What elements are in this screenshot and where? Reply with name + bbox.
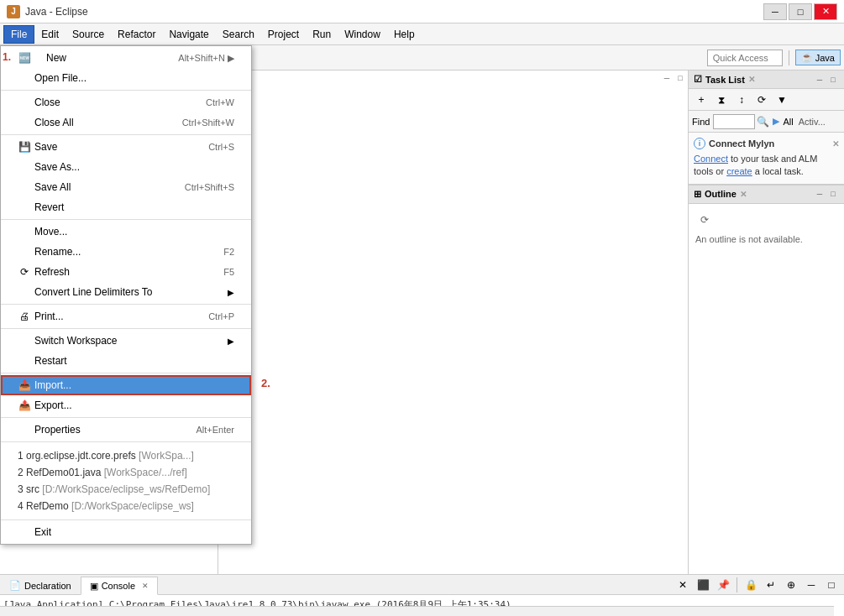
menu-switch-workspace[interactable]: Switch Workspace ▶	[1, 331, 251, 351]
menu-print[interactable]: 🖨 Print... Ctrl+P	[1, 306, 251, 326]
task-list-x-icon: ✕	[748, 75, 755, 84]
console-tab[interactable]: ▣ Console ✕	[81, 577, 158, 595]
task-sync-button[interactable]: ⟳	[752, 91, 771, 109]
menu-run[interactable]: Run	[306, 25, 338, 44]
task-list-panel: ☑ Task List ✕ ─ □ + ⧗ ↕ ⟳ ▼ Find 🔍	[689, 70, 844, 185]
convert-icon	[18, 285, 31, 299]
menu-restart[interactable]: Restart	[1, 351, 251, 371]
task-find-input[interactable]	[713, 114, 755, 129]
recent-4-path: [D:/WorkSpace/eclipse_ws]	[71, 500, 194, 512]
properties-label: Properties	[34, 424, 81, 436]
recent-file-2[interactable]: 2 RefDemo01.java [WorkSpace/.../ref]	[1, 464, 251, 481]
outline-icon: ⊞	[694, 189, 701, 200]
recent-file-1[interactable]: 1 org.eclipse.jdt.core.prefs [WorkSpa...…	[1, 447, 251, 464]
revert-label: Revert	[34, 201, 64, 213]
import-item-wrapper: 📥 Import... 2.	[1, 375, 251, 395]
task-settings-button[interactable]: ▼	[773, 91, 791, 109]
menu-window[interactable]: Window	[338, 25, 387, 44]
separator-4	[1, 304, 251, 305]
create-link[interactable]: create	[726, 166, 752, 176]
console-clear-button[interactable]: ✕	[674, 576, 692, 594]
console-tab-close[interactable]: ✕	[142, 582, 149, 590]
convert-arrow: ▶	[228, 288, 234, 297]
save-left: 💾 Save	[18, 140, 57, 154]
save-shortcut: Ctrl+S	[208, 142, 234, 152]
task-list-maximize-button[interactable]: □	[827, 74, 839, 86]
declaration-tab[interactable]: 📄 Declaration	[0, 576, 81, 594]
recent-files-section: 1 org.eclipse.jdt.core.prefs [WorkSpa...…	[1, 444, 251, 518]
new-item-wrapper: 🆕 1. New Alt+Shift+N ▶	[1, 48, 251, 68]
console-minimize-button[interactable]: ─	[802, 576, 820, 594]
properties-icon	[18, 423, 31, 436]
menu-properties[interactable]: Properties Alt+Enter	[1, 420, 251, 440]
close-all-icon	[18, 116, 31, 129]
console-maximize-button[interactable]: □	[822, 576, 841, 594]
menu-import[interactable]: 📥 Import... 2.	[1, 375, 251, 395]
new-item-left: 🆕 1. New	[18, 51, 66, 65]
save-all-left: Save All	[18, 180, 71, 194]
new-task-button[interactable]: +	[692, 91, 710, 109]
outline-header: ⊞ Outline ✕ ─ □	[689, 185, 844, 204]
menu-save[interactable]: 💾 Save Ctrl+S	[1, 137, 251, 157]
menu-open-file[interactable]: Open File...	[1, 68, 251, 88]
outline-title: Outline	[705, 189, 737, 199]
toolbar-separator-3	[789, 50, 789, 65]
export-left: 📤 Export...	[18, 399, 72, 412]
revert-icon	[18, 201, 31, 214]
console-stop-button[interactable]: ⬛	[694, 576, 712, 594]
print-left: 🖨 Print...	[18, 310, 64, 323]
separator-8	[1, 441, 251, 442]
console-scroll-lock-button[interactable]: 🔒	[742, 576, 760, 594]
new-shortcut: Alt+Shift+N ▶	[178, 53, 234, 64]
save-label: Save	[34, 141, 57, 153]
task-sort-button[interactable]: ↕	[732, 91, 751, 109]
close-button[interactable]: ✕	[814, 3, 837, 20]
menu-revert[interactable]: Revert	[1, 197, 251, 217]
properties-left: Properties	[18, 423, 81, 436]
menu-close-all[interactable]: Close All Ctrl+Shift+W	[1, 112, 251, 133]
menu-refresh[interactable]: ⟳ Refresh F5	[1, 262, 251, 282]
console-word-wrap-button[interactable]: ↵	[762, 576, 780, 594]
rename-shortcut: F2	[223, 247, 234, 257]
minimize-button[interactable]: ─	[763, 3, 787, 20]
outline-minimize-button[interactable]: ─	[814, 188, 826, 200]
recent-1-name: org.eclipse.jdt.core.prefs	[26, 450, 136, 462]
menu-file[interactable]: File	[3, 25, 34, 44]
connect-link[interactable]: Connect	[694, 154, 728, 164]
outline-maximize-button[interactable]: □	[827, 188, 839, 200]
task-list-minimize-button[interactable]: ─	[814, 74, 826, 86]
menu-export[interactable]: 📤 Export...	[1, 395, 251, 415]
menu-save-as[interactable]: Save As...	[1, 157, 251, 177]
console-new-button[interactable]: ⊕	[782, 576, 800, 594]
horizontal-scrollbar[interactable]	[0, 606, 834, 616]
menu-source[interactable]: Source	[66, 25, 111, 44]
menu-project[interactable]: Project	[261, 25, 306, 44]
outline-toolbar-btn[interactable]: ⟳	[695, 211, 714, 229]
menu-save-all[interactable]: Save All Ctrl+Shift+S	[1, 177, 251, 197]
menu-search[interactable]: Search	[216, 25, 261, 44]
maximize-button[interactable]: □	[789, 3, 812, 20]
menu-navigate[interactable]: Navigate	[162, 25, 215, 44]
all-link[interactable]: ▶	[773, 116, 779, 127]
editor-area: ─ □	[218, 70, 689, 574]
close-all-label: Close All	[34, 117, 74, 128]
menu-new[interactable]: 🆕 1. New Alt+Shift+N ▶	[1, 48, 251, 68]
task-filter-button[interactable]: ⧗	[712, 91, 731, 109]
menu-move[interactable]: Move...	[1, 222, 251, 242]
recent-file-4[interactable]: 4 RefDemo [D:/WorkSpace/eclipse_ws]	[1, 498, 251, 514]
console-pin-button[interactable]: 📌	[714, 576, 732, 594]
quick-access-input[interactable]	[707, 50, 783, 66]
quick-access-box: ☕ Java	[707, 50, 841, 66]
java-perspective-button[interactable]: ☕ Java	[795, 50, 841, 65]
maximize-editor-button[interactable]: □	[674, 72, 686, 84]
menu-rename[interactable]: Rename... F2	[1, 242, 251, 262]
menu-help[interactable]: Help	[387, 25, 422, 44]
menu-exit[interactable]: Exit	[1, 522, 251, 542]
menu-close[interactable]: Close Ctrl+W	[1, 92, 251, 112]
recent-file-3[interactable]: 3 src [D:/WorkSpace/eclipse_ws/RefDemo]	[1, 481, 251, 498]
refresh-shortcut: F5	[223, 267, 234, 277]
minimize-editor-button[interactable]: ─	[661, 72, 673, 84]
menu-refactor[interactable]: Refactor	[111, 25, 162, 44]
menu-edit[interactable]: Edit	[34, 25, 66, 44]
menu-convert-line[interactable]: Convert Line Delimiters To ▶	[1, 282, 251, 302]
